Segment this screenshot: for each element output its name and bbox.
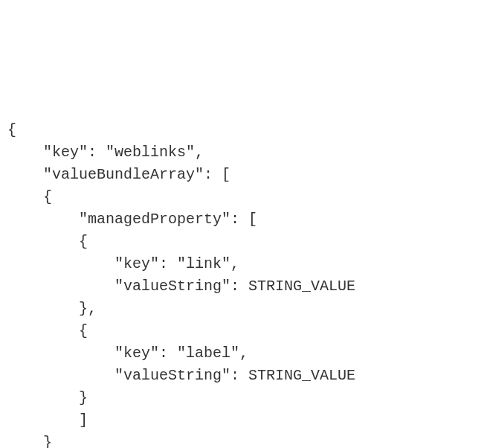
code-line: "key": "label",: [7, 345, 248, 362]
code-line: {: [7, 322, 88, 339]
code-snippet: { "key": "weblinks", "valueBundleArray":…: [7, 97, 483, 448]
code-line: {: [7, 233, 88, 250]
code-line: },: [7, 300, 97, 317]
code-line: "key": "weblinks",: [7, 144, 204, 161]
code-line: }: [7, 434, 52, 448]
code-line: {: [7, 121, 16, 138]
code-line: }: [7, 389, 88, 406]
code-line: "managedProperty": [: [7, 211, 257, 228]
code-line: "key": "link",: [7, 255, 239, 272]
code-line: ]: [7, 412, 88, 429]
code-line: "valueString": STRING_VALUE: [7, 367, 355, 384]
code-line: {: [7, 188, 52, 205]
code-line: "valueString": STRING_VALUE: [7, 278, 355, 295]
code-line: "valueBundleArray": [: [7, 166, 231, 183]
